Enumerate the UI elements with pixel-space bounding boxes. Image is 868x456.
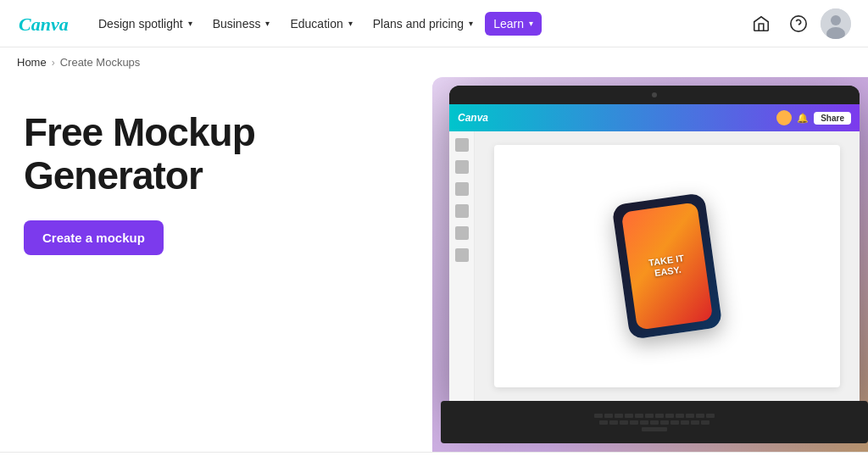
- header: Canva Design spotlight ▾ Business ▾ Educ…: [0, 0, 868, 47]
- key: [645, 414, 654, 418]
- breadcrumb-separator: ›: [52, 57, 55, 69]
- key: [681, 420, 689, 425]
- main-content: Free Mockup Generator Create a mockup Ca…: [0, 77, 868, 452]
- key: [686, 414, 694, 418]
- create-mockup-button[interactable]: Create a mockup: [24, 220, 164, 255]
- key: [665, 414, 674, 418]
- chevron-down-icon: ▾: [265, 19, 270, 28]
- editor-canvas: TAKE ITEASY.: [475, 131, 860, 401]
- laptop-bezel: [449, 86, 860, 104]
- header-right: [746, 8, 851, 39]
- key-row-3: [642, 427, 667, 431]
- key: [640, 420, 648, 425]
- laptop-keyboard: [441, 401, 868, 443]
- home-button[interactable]: [746, 8, 776, 39]
- svg-text:Canva: Canva: [19, 14, 69, 35]
- editor-avatar: [776, 110, 792, 125]
- editor-topbar: Canva 🔔 Share: [449, 104, 860, 131]
- breadcrumb: Home › Create Mockups: [0, 47, 868, 77]
- key: [625, 414, 633, 418]
- key: [650, 420, 659, 425]
- breadcrumb-current: Create Mockups: [60, 56, 141, 69]
- canvas-background: TAKE ITEASY.: [494, 145, 841, 387]
- nav-design-spotlight[interactable]: Design spotlight ▾: [90, 12, 201, 36]
- key: [635, 414, 643, 418]
- phone-mockup: TAKE ITEASY.: [611, 192, 722, 340]
- sidebar-icon-2: [455, 160, 469, 174]
- editor-share-button[interactable]: Share: [814, 112, 851, 125]
- editor-logo: Canva: [458, 112, 488, 124]
- right-panel: Canva 🔔 Share: [432, 77, 868, 452]
- key: [706, 414, 715, 418]
- breadcrumb-home[interactable]: Home: [17, 56, 47, 69]
- key-row-1: [594, 414, 715, 418]
- sidebar-icon-5: [455, 226, 469, 240]
- phone-screen-text: TAKE ITEASY.: [648, 253, 686, 280]
- key: [604, 414, 613, 418]
- chevron-down-icon: ▾: [529, 19, 533, 28]
- logo[interactable]: Canva: [17, 12, 76, 36]
- nav-learn[interactable]: Learn ▾: [485, 12, 542, 36]
- laptop-camera: [652, 92, 657, 97]
- features-bar: Easy to create and customize Upload your…: [0, 452, 868, 456]
- hero-title: Free Mockup Generator: [24, 111, 415, 197]
- key: [696, 414, 704, 418]
- key: [599, 420, 608, 425]
- key: [630, 420, 638, 425]
- key: [701, 420, 709, 425]
- nav-business[interactable]: Business ▾: [204, 12, 279, 36]
- laptop-screen: Canva 🔔 Share: [449, 86, 860, 401]
- key: [676, 414, 684, 418]
- bell-icon: 🔔: [797, 113, 809, 124]
- key-space: [642, 427, 667, 431]
- chevron-down-icon: ▾: [469, 19, 473, 28]
- key: [655, 414, 664, 418]
- key-row-2: [599, 420, 709, 425]
- key: [609, 420, 618, 425]
- svg-point-4: [831, 15, 841, 25]
- nav-education[interactable]: Education ▾: [281, 12, 360, 36]
- chevron-down-icon: ▾: [348, 19, 353, 28]
- key: [660, 420, 669, 425]
- svg-point-1: [791, 15, 806, 31]
- editor-body: TAKE ITEASY.: [449, 131, 860, 401]
- key: [691, 420, 699, 425]
- sidebar-icon-3: [455, 182, 469, 196]
- key: [594, 414, 603, 418]
- chevron-down-icon: ▾: [188, 19, 192, 28]
- avatar[interactable]: [821, 8, 851, 39]
- nav-plans-pricing[interactable]: Plans and pricing ▾: [364, 12, 481, 36]
- key: [620, 420, 628, 425]
- editor-topbar-right: 🔔 Share: [776, 110, 851, 125]
- phone-screen: TAKE ITEASY.: [621, 202, 714, 330]
- left-panel: Free Mockup Generator Create a mockup: [0, 77, 432, 452]
- editor-sidebar: [449, 131, 475, 401]
- sidebar-icon-1: [455, 138, 469, 152]
- key: [670, 420, 679, 425]
- key: [615, 414, 623, 418]
- laptop-mockup: Canva 🔔 Share: [449, 86, 860, 452]
- sidebar-icon-4: [455, 204, 469, 218]
- canva-editor: Canva 🔔 Share: [449, 104, 860, 401]
- help-button[interactable]: [783, 8, 814, 39]
- header-left: Canva Design spotlight ▾ Business ▾ Educ…: [17, 12, 542, 36]
- sidebar-icon-6: [455, 248, 469, 262]
